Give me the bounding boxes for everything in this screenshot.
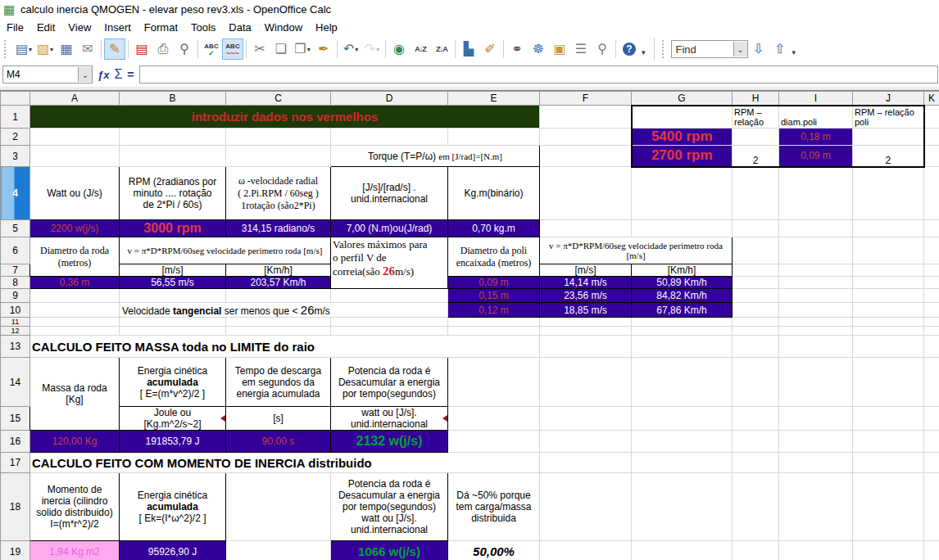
cell-F7[interactable]: [m/s]: [540, 264, 632, 277]
row-header-5[interactable]: 5: [1, 220, 30, 237]
cell-D16[interactable]: 2132 w(j/s): [331, 431, 448, 453]
cell-E10[interactable]: 0,12 m: [448, 303, 540, 318]
cell-A19[interactable]: 1,94 Kg.m2: [30, 541, 120, 560]
cell-empty[interactable]: [331, 129, 448, 146]
menu-window[interactable]: Window: [258, 20, 309, 35]
open-button[interactable]: ▧▾: [34, 38, 56, 60]
cell-G9[interactable]: 84,82 Km/h: [632, 289, 733, 303]
menu-help[interactable]: Help: [309, 20, 344, 35]
undo-dropdown-icon[interactable]: ▾: [355, 46, 358, 53]
row-header-11[interactable]: 11: [1, 318, 30, 327]
column-header-K[interactable]: K: [924, 92, 939, 106]
cell-empty[interactable]: [733, 129, 779, 146]
cell-empty[interactable]: [853, 129, 924, 146]
save-button[interactable]: ▦: [56, 38, 77, 60]
cell-empty[interactable]: [853, 336, 924, 358]
find-toolbar-handle[interactable]: [662, 40, 669, 58]
cell-empty[interactable]: [853, 167, 924, 220]
cell-empty[interactable]: [924, 407, 939, 431]
main-toolbar-handle[interactable]: [4, 40, 11, 58]
row-header-14[interactable]: 14: [1, 358, 30, 407]
function-wizard-icon[interactable]: ƒx: [98, 69, 109, 81]
cell-empty[interactable]: [924, 220, 939, 237]
cell-empty[interactable]: [779, 336, 853, 358]
cell-B4[interactable]: RPM (2radianos por minuto .... rotação d…: [120, 167, 226, 220]
cell-empty[interactable]: [853, 220, 924, 237]
cell-G2[interactable]: 5400 rpm: [632, 129, 733, 146]
toolbar-overflow-button[interactable]: ▾: [642, 48, 646, 56]
cell-empty[interactable]: [924, 327, 939, 336]
cell-empty[interactable]: [120, 146, 226, 167]
column-header-D[interactable]: D: [331, 92, 448, 106]
cell-empty[interactable]: [632, 318, 733, 327]
row-header-15[interactable]: 15: [1, 407, 30, 431]
cell-B14[interactable]: Energia cinéticaacumulada[ E=(m*v^2)/2 ]: [120, 358, 226, 407]
cell-empty[interactable]: [120, 318, 226, 327]
cell-empty[interactable]: [540, 106, 632, 129]
cell-empty[interactable]: [779, 264, 853, 277]
cell-C16[interactable]: 90,00 s: [226, 431, 331, 453]
new-document-button[interactable]: ▤▾: [13, 38, 34, 60]
cell-empty[interactable]: [779, 277, 853, 289]
cell-A16[interactable]: 120,00 Kg: [30, 431, 120, 453]
cell-empty[interactable]: [632, 220, 733, 237]
cell-empty[interactable]: [853, 289, 924, 303]
cell-I2[interactable]: 0,18 m: [779, 129, 853, 146]
cell-empty[interactable]: [924, 289, 939, 303]
cell-empty[interactable]: [632, 431, 733, 453]
cell-empty[interactable]: [779, 407, 853, 431]
cell-empty[interactable]: [632, 167, 733, 220]
cell-B8[interactable]: 56,55 m/s: [120, 277, 226, 289]
page-preview-button[interactable]: ⚲: [174, 38, 195, 60]
help-button[interactable]: ?: [619, 38, 640, 60]
cell-B19[interactable]: 95926,90 J: [120, 541, 226, 560]
navigator-button[interactable]: ☸: [528, 38, 549, 60]
cell-D5[interactable]: 7,00 (N.m)ou(J/rad): [331, 220, 448, 237]
row-header-3[interactable]: 3: [1, 146, 30, 167]
cell-B18[interactable]: Energia cinéticaacumulada[ Ek=(I*ω^2)/2 …: [120, 473, 226, 541]
cell-empty[interactable]: [733, 473, 779, 541]
cell-empty[interactable]: [632, 327, 733, 336]
cell-A8[interactable]: 0,36 m: [30, 277, 120, 289]
column-header-B[interactable]: B: [120, 92, 226, 106]
cell-empty[interactable]: [733, 358, 779, 407]
cell-D14[interactable]: Potencia da roda é Desacumular a energia…: [331, 358, 448, 407]
cell-empty[interactable]: [853, 541, 924, 560]
edit-file-button[interactable]: ✎: [104, 38, 125, 60]
cell-empty[interactable]: [30, 289, 120, 303]
cell-empty[interactable]: [540, 318, 632, 327]
cell-empty[interactable]: [733, 277, 779, 289]
cell-empty[interactable]: [540, 541, 632, 560]
cell-empty[interactable]: [853, 264, 924, 277]
find-toolbar-overflow-button[interactable]: ▾: [792, 48, 796, 56]
cell-E4[interactable]: Kg.m(binário): [448, 167, 540, 220]
cell-empty[interactable]: [924, 277, 939, 289]
cell-empty[interactable]: [733, 303, 779, 318]
cell-empty[interactable]: [540, 431, 632, 453]
cell-H3[interactable]: 2: [733, 146, 779, 167]
cell-A5[interactable]: 2200 w(j/s): [30, 220, 120, 237]
column-header-H[interactable]: H: [733, 92, 779, 106]
cell-empty[interactable]: [733, 264, 779, 277]
column-header-J[interactable]: J: [853, 92, 924, 106]
cell-empty[interactable]: [924, 237, 939, 264]
cell-empty[interactable]: [779, 289, 853, 303]
row-header-9[interactable]: 9: [1, 289, 30, 303]
cell-empty[interactable]: [540, 167, 632, 220]
select-all-corner[interactable]: [1, 92, 30, 106]
row-header-18[interactable]: 18: [1, 473, 30, 541]
cell-empty[interactable]: [924, 431, 939, 453]
copy-button[interactable]: ❏: [270, 38, 292, 60]
cell-empty[interactable]: [779, 431, 853, 453]
cell-empty[interactable]: [540, 146, 632, 167]
cell-C8[interactable]: 203,57 Km/h: [226, 277, 331, 289]
cell-empty[interactable]: [853, 358, 924, 407]
menu-tools[interactable]: Tools: [184, 20, 222, 35]
cell-B7[interactable]: [m/s]: [120, 264, 226, 277]
cell-empty[interactable]: [540, 453, 632, 473]
cell-empty[interactable]: [733, 431, 779, 453]
cell-G8[interactable]: 50,89 Km/h: [632, 277, 733, 289]
cell-empty[interactable]: [924, 473, 939, 541]
cell-D6[interactable]: Valores máximos para o perfil V de corre…: [331, 237, 448, 289]
cell-empty[interactable]: [853, 237, 924, 264]
